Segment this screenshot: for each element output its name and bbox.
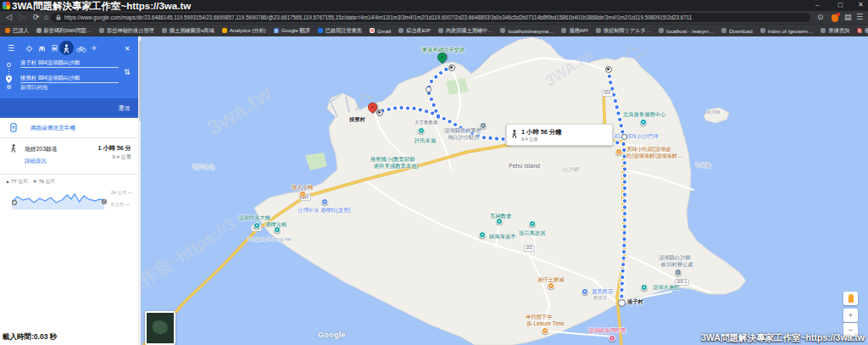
bookmark-item[interactable]: 國土測繪圖資e商城 bbox=[162, 27, 214, 35]
reading-list-icon[interactable]: ▤ bbox=[844, 11, 852, 24]
route-details-link[interactable]: 詳細資訊 bbox=[25, 158, 47, 165]
destination-pin-icon bbox=[6, 75, 12, 83]
swap-icon[interactable]: ⇅ bbox=[124, 68, 131, 76]
bookmark-item[interactable]: 新密碼利3WA問題… bbox=[36, 27, 92, 35]
mode-walk-icon[interactable] bbox=[60, 43, 72, 55]
close-directions-icon[interactable]: ✕ bbox=[121, 42, 133, 54]
send-to-phone-label[interactable]: 將路線傳送至手機 bbox=[31, 125, 75, 132]
back-icon[interactable]: ◁ bbox=[6, 11, 12, 24]
store-pin[interactable] bbox=[581, 288, 588, 295]
watermark-bottom: 3WA問題解決專家工作室~https://3wa.tw bbox=[701, 332, 865, 344]
extension-icon[interactable]: ⊙ bbox=[817, 11, 824, 24]
menu-icon[interactable]: ☰ bbox=[5, 42, 17, 54]
bookmark-label: 綜合產EIP bbox=[406, 27, 431, 35]
add-destination-icon: ⊕ bbox=[6, 83, 12, 91]
family-shrine-pin[interactable] bbox=[418, 127, 425, 134]
directions-panel: ☰ ✈ ✕ 港子村 884澎湖縣白沙鄉 bbox=[0, 36, 138, 345]
chicken-restaurant-pin[interactable] bbox=[548, 282, 554, 289]
forward-icon[interactable]: ▷ bbox=[19, 11, 25, 24]
bookmark-item[interactable]: 那些神秘的後台管理 bbox=[99, 27, 154, 35]
bookmark-favicon: 文 bbox=[274, 28, 279, 33]
bookmark-item[interactable]: Index of /geoserv… bbox=[760, 28, 814, 34]
bookmark-favicon bbox=[561, 28, 566, 33]
destination-input[interactable]: 後寮村 884澎湖縣白沙鄉 bbox=[20, 74, 119, 83]
village-office-pin[interactable] bbox=[675, 269, 682, 275]
teahouse-pin[interactable] bbox=[542, 327, 548, 334]
mode-drive-icon[interactable] bbox=[36, 42, 47, 54]
directions-header: ☰ ✈ ✕ 港子村 884澎湖縣白沙鄉 bbox=[0, 36, 138, 98]
police-station-pin[interactable] bbox=[480, 122, 487, 129]
restaurant-pin[interactable] bbox=[615, 148, 622, 155]
watermark-logo-icon bbox=[3, 2, 10, 9]
elevation-min-label: 6 公尺 — bbox=[111, 202, 130, 208]
bookmark-label: Analytics (分析) bbox=[230, 27, 266, 35]
bookmarks-bar: 已讀人新密碼利3WA問題…那些神秘的後台管理國土測繪圖資e商城Analytics… bbox=[0, 25, 868, 36]
route-duration: 1 小時 56 分 bbox=[97, 144, 131, 153]
reload-icon[interactable]: ⟳ bbox=[33, 11, 40, 24]
elevation-start-marker bbox=[13, 201, 17, 205]
church-pin[interactable] bbox=[496, 218, 503, 225]
route-time-bubble[interactable]: 1 小時 56 分鐘 9.4 公里 bbox=[506, 124, 613, 146]
bookmark-label: 那些神秘的後台管理 bbox=[107, 27, 154, 35]
bookmark-item[interactable]: 票據查詢 bbox=[821, 27, 849, 35]
mode-flight-icon[interactable]: ✈ bbox=[88, 42, 100, 54]
gas-station-pin[interactable] bbox=[321, 198, 328, 205]
bookmark-favicon bbox=[318, 28, 323, 33]
bookmark-item[interactable]: 已啟用託管畫面 bbox=[318, 27, 362, 35]
map-graphics bbox=[141, 36, 868, 345]
bookmark-item[interactable]: Analytics (分析) bbox=[222, 27, 266, 35]
bookmark-label: Download bbox=[729, 28, 753, 34]
bookmark-favicon: M bbox=[370, 28, 375, 33]
bubble-duration: 1 小時 56 分鐘 bbox=[521, 128, 561, 136]
bookmark-item[interactable]: 接続制限リアルタ… bbox=[596, 27, 651, 35]
home-icon[interactable]: ⌂ bbox=[44, 11, 48, 24]
url-bar[interactable]: https://www.google.com/maps/dir/23.64861… bbox=[51, 13, 810, 22]
bookmark-favicon bbox=[760, 28, 765, 33]
bookmark-label: Index of /geoserv… bbox=[768, 28, 814, 34]
adblock-shield-icon[interactable] bbox=[832, 14, 838, 22]
panel-scrollbar-thumb[interactable] bbox=[139, 41, 141, 121]
add-destination-button[interactable]: 新增目的地 bbox=[20, 84, 47, 92]
mode-bike-icon[interactable] bbox=[75, 42, 87, 54]
pavilion-pin[interactable] bbox=[479, 231, 486, 238]
satellite-inset-toggle[interactable] bbox=[145, 311, 175, 345]
bookmark-label: localhost/easyma… bbox=[508, 28, 554, 34]
food-pin[interactable] bbox=[299, 191, 306, 198]
bookmark-item[interactable]: 內政部國土測繪中… bbox=[438, 27, 493, 35]
lock-icon bbox=[56, 14, 61, 20]
pegman-control[interactable] bbox=[843, 292, 858, 305]
window-maximize-button[interactable]: ▢ bbox=[837, 2, 843, 8]
url-text: https://www.google.com/maps/dir/23.64861… bbox=[64, 14, 692, 20]
load-time-text: 載入時間:0.03 秒 bbox=[3, 332, 57, 342]
bookmark-item[interactable]: localhost - /easym… bbox=[659, 28, 714, 34]
bookmark-item[interactable]: 文Google 翻譯 bbox=[274, 27, 310, 35]
window-minimize-button[interactable]: – bbox=[815, 1, 819, 8]
bookmark-item[interactable]: localhost/easyma… bbox=[500, 28, 554, 34]
bookmark-favicon bbox=[99, 28, 104, 33]
bookmark-favicon bbox=[438, 28, 443, 33]
zoom-in-button[interactable]: + bbox=[843, 309, 858, 322]
bookmark-item[interactable]: 綜合產EIP bbox=[398, 27, 431, 35]
window-close-button[interactable]: ✕ bbox=[858, 1, 864, 8]
mode-best-route-icon[interactable] bbox=[23, 42, 35, 54]
bookmark-item[interactable]: 已讀人 bbox=[5, 27, 29, 35]
bookmark-item[interactable]: 服務API bbox=[561, 27, 587, 35]
options-button[interactable]: 選項 bbox=[118, 104, 130, 113]
bookmark-label: 新密碼利3WA問題… bbox=[44, 27, 92, 35]
map-canvas[interactable]: 1 小時 56 分鐘 9.4 公里 Google + − 東港舊碼頭天堂路後寮村… bbox=[141, 36, 868, 345]
homestay-pin[interactable] bbox=[609, 335, 615, 342]
bookmark-item[interactable]: Download bbox=[721, 28, 753, 34]
visitor-center-pin[interactable] bbox=[640, 119, 647, 125]
bookmark-label: 接続制限リアルタ… bbox=[604, 27, 651, 35]
mode-transit-icon[interactable] bbox=[48, 42, 60, 54]
banyan-attraction-pin[interactable] bbox=[274, 226, 281, 233]
heritage-house-pin[interactable] bbox=[529, 220, 536, 227]
aquarium-pin[interactable] bbox=[641, 284, 648, 291]
origin-input[interactable]: 港子村 884澎湖縣白沙鄉 bbox=[20, 58, 119, 68]
send-to-phone-icon bbox=[10, 123, 18, 132]
elevation-chart bbox=[12, 189, 108, 211]
browser-menu-icon[interactable]: ☰ bbox=[856, 11, 863, 24]
bookmark-label: 國土測繪圖資e商城 bbox=[170, 27, 214, 35]
bookmark-item[interactable]: MGmail bbox=[370, 28, 391, 34]
bridge-attraction-pin[interactable] bbox=[253, 222, 260, 229]
